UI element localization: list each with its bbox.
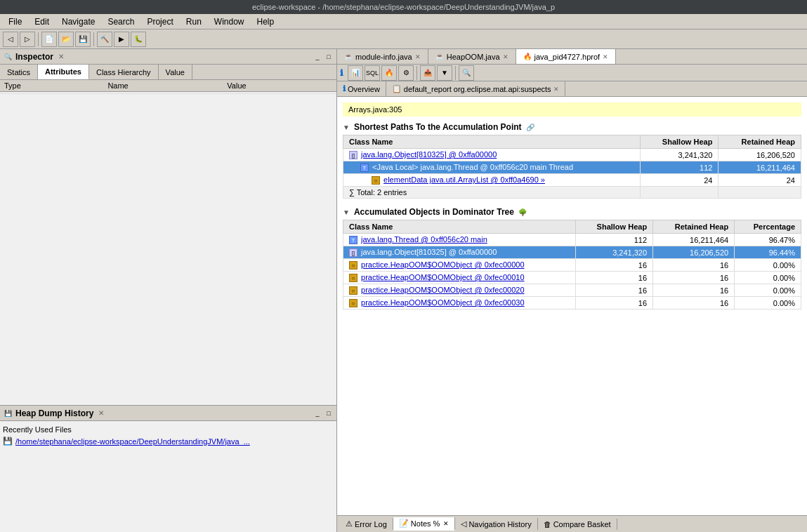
toolbar-new[interactable]: 📄 [41,32,57,47]
menu-help[interactable]: Help [251,15,280,28]
menu-window[interactable]: Window [209,15,250,28]
table-row[interactable]: T java.lang.Thread @ 0xff056c20 main 112… [343,234,801,246]
shortest-paths-arrow[interactable]: ▼ [343,124,350,131]
obj-icon: ○ [349,286,357,295]
sp-col-shallow: Shallow Heap [640,135,718,149]
toolbar-back[interactable]: ◁ [3,32,18,47]
bottom-tab-compare[interactable]: 🗑 Compare Basket [538,519,617,530]
ao-row3-link[interactable]: practice.HeapOOM$OOMObject @ 0xfec00010 [361,273,525,281]
history-minimize[interactable]: _ [313,408,322,418]
ao-col-pct: Percentage [735,220,801,234]
toolbar-run[interactable]: ▶ [114,32,129,47]
menu-edit[interactable]: Edit [29,15,55,28]
table-row[interactable]: [] java.lang.Object[810325] @ 0xffa00000… [343,246,801,259]
history-content: Recently Used Files 💾 /home/stephana/ecl… [0,421,336,532]
ao-row4-link[interactable]: practice.HeapOOM$OOMObject @ 0xfec00020 [361,286,525,294]
sp-row1-label: <Java Local> java.lang.Thread @ 0xff056c… [372,163,573,171]
toolbar-save[interactable]: 💾 [75,32,91,47]
ao-row0-pct: 96.47% [735,234,801,246]
ao-row2-link[interactable]: practice.HeapOOM$OOMObject @ 0xfec00000 [361,260,525,269]
hprof-close[interactable]: ✕ [603,53,608,60]
search-btn[interactable]: 🔍 [459,65,474,81]
table-row[interactable]: ○ practice.HeapOOM$OOMObject @ 0xfec0000… [343,259,801,272]
sql-btn[interactable]: SQL [365,65,380,81]
table-row[interactable]: ○ practice.HeapOOM$OOMObject @ 0xfec0003… [343,297,801,310]
content-tab-bar: ℹ Overview 📋 default_report org.eclipse.… [337,81,807,97]
ao-col-shallow: Shallow Heap [576,220,653,234]
ao-col-classname: Class Name [343,220,576,234]
hprof-icon: 🔥 [523,53,532,60]
bar-chart-btn[interactable]: 📊 [348,65,363,81]
notes-close[interactable]: ✕ [443,520,449,527]
module-info-icon: ☕ [344,53,353,60]
editor-sep2 [455,66,456,80]
bottom-tab-notes[interactable]: 📝 Notes % ✕ [393,517,456,531]
module-info-close[interactable]: ✕ [415,53,421,60]
tab-value[interactable]: Value [159,65,192,79]
content-tab-report[interactable]: 📋 default_report org.eclipse.mat.api:sus… [386,81,565,96]
sp-total-label: ∑ Total: 2 entries [343,187,641,199]
history-maximize[interactable]: □ [324,408,334,418]
editor-tab-bar: ☕ module-info.java ✕ ☕ HeapOOM.java ✕ 🔥 … [337,49,807,65]
sp-col-classname: Class Name [343,135,641,149]
history-close[interactable]: ✕ [96,408,106,418]
toolbar-open[interactable]: 📂 [58,32,74,47]
table-row[interactable]: T <Java Local> java.lang.Thread @ 0xff05… [343,161,801,174]
heap-btn[interactable]: 🔥 [381,65,397,81]
menu-project[interactable]: Project [141,15,178,28]
ao-row2-shallow: 16 [576,259,653,272]
nav-history-icon: ◁ [461,519,466,528]
sp-row0-link[interactable]: java.lang.Object[810325] @ 0xffa00000 [361,150,497,159]
compare-icon: 🗑 [544,520,551,528]
accumulated-arrow[interactable]: ▼ [343,208,350,216]
tab-statics[interactable]: Statics [0,65,38,79]
table-row[interactable]: ○ elementData java.util.ArrayList @ 0xff… [343,174,801,187]
editor-tab-hprof[interactable]: 🔥 java_pid4727.hprof ✕ [516,49,617,64]
obj-icon: ○ [372,176,380,185]
ao-row0-link[interactable]: java.lang.Thread @ 0xff056c20 main [361,235,487,244]
toolbar-debug[interactable]: 🐛 [131,32,146,47]
toolbar-build[interactable]: 🔨 [97,32,112,47]
menu-navigate[interactable]: Navigate [56,15,100,28]
history-file-item[interactable]: 💾 /home/stephana/eclipse-workspace/DeepU… [3,435,334,447]
notes-suffix: % [433,519,440,528]
heapoom-close[interactable]: ✕ [503,53,509,60]
menu-search[interactable]: Search [102,15,140,28]
menu-run[interactable]: Run [181,15,207,28]
bottom-tab-error-log[interactable]: ⚠ Error Log [340,518,393,530]
inspector-title: Inspector [15,52,53,62]
ao-row2-pct: 0.00% [735,259,801,272]
inspector-maximize[interactable]: □ [324,52,334,62]
thread-icon: T [360,164,369,172]
inspector-close[interactable]: ✕ [56,52,66,62]
table-row[interactable]: ○ practice.HeapOOM$OOMObject @ 0xfec0002… [343,284,801,297]
bottom-tab-nav-history[interactable]: ◁ Navigation History [455,518,537,530]
ao-row5-pct: 0.00% [735,297,801,310]
editor-tab-module-info[interactable]: ☕ module-info.java ✕ [337,49,428,64]
sp-row2-link[interactable]: elementData java.util.ArrayList @ 0xff0a… [383,175,545,184]
table-row[interactable]: [] java.lang.Object[810325] @ 0xffa00000… [343,149,801,161]
obj-icon: ○ [349,261,357,270]
report-close[interactable]: ✕ [553,86,559,93]
obj-icon: ○ [349,299,357,307]
export-btn[interactable]: 📤 [420,65,435,81]
table-row: ∑ Total: 2 entries [343,187,801,199]
ao-row5-link[interactable]: practice.HeapOOM$OOMObject @ 0xfec00030 [361,298,525,307]
menu-bar: File Edit Navigate Search Project Run Wi… [0,14,807,29]
editor-tab-heapoom[interactable]: ☕ HeapOOM.java ✕ [428,49,516,64]
ao-row4-retained: 16 [653,284,735,297]
content-tab-overview[interactable]: ℹ Overview [337,81,386,96]
menu-file[interactable]: File [3,15,27,28]
tab-class-hierarchy[interactable]: Class Hierarchy [89,65,159,79]
toolbar-forward[interactable]: ▷ [20,32,35,47]
filter-btn[interactable]: ▼ [437,65,452,81]
ao-row3-shallow: 16 [576,272,653,284]
inspector-minimize[interactable]: _ [313,52,322,62]
ao-row1-shallow: 3,241,320 [576,246,653,259]
tab-attributes[interactable]: Attributes [38,65,89,79]
shortest-paths-icon: 🔗 [526,124,534,131]
thread-btn[interactable]: ⚙ [398,65,414,81]
ao-row4-shallow: 16 [576,284,653,297]
ao-row0-shallow: 112 [576,234,653,246]
table-row[interactable]: ○ practice.HeapOOM$OOMObject @ 0xfec0001… [343,272,801,284]
